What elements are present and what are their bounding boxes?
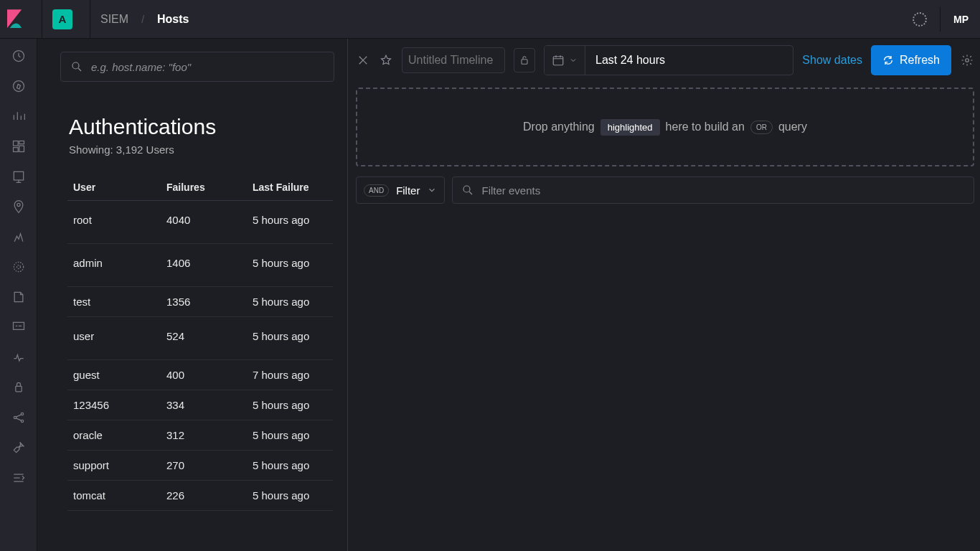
cell-failures[interactable]: 226 bbox=[161, 481, 247, 511]
svg-rect-5 bbox=[13, 148, 18, 152]
col-user[interactable]: User bbox=[67, 176, 161, 201]
timeline-header: Last 24 hours Show dates Refresh bbox=[356, 43, 974, 77]
table-row[interactable]: tomcat2265 hours ago bbox=[67, 481, 333, 511]
table-row[interactable]: oracle3125 hours ago bbox=[67, 420, 333, 451]
query-dropzone[interactable]: Drop anything highlighted here to build … bbox=[356, 88, 974, 166]
cell-last-failure[interactable]: 5 hours ago bbox=[247, 317, 333, 360]
cell-user[interactable]: oracle bbox=[67, 420, 161, 451]
cell-last-failure[interactable]: 5 hours ago bbox=[247, 201, 333, 244]
svg-point-19 bbox=[463, 186, 470, 192]
cell-last-failure[interactable]: 5 hours ago bbox=[247, 287, 333, 317]
page-subtitle: Showing: 3,192 Users bbox=[69, 143, 334, 156]
col-last-failure[interactable]: Last Failure bbox=[247, 176, 333, 201]
divider bbox=[940, 7, 941, 32]
logs-icon[interactable] bbox=[11, 290, 26, 304]
cell-last-failure[interactable]: 5 hours ago bbox=[247, 420, 333, 451]
infra-icon[interactable] bbox=[11, 260, 26, 274]
table-row[interactable]: user5245 hours ago bbox=[67, 317, 333, 360]
kibana-logo-icon[interactable] bbox=[7, 9, 23, 29]
feedback-icon[interactable] bbox=[913, 12, 927, 27]
gear-icon[interactable] bbox=[960, 53, 974, 67]
breadcrumb-hosts[interactable]: Hosts bbox=[157, 13, 189, 26]
svg-point-8 bbox=[17, 265, 20, 269]
cell-failures[interactable]: 334 bbox=[161, 390, 247, 420]
space-selector[interactable]: A bbox=[52, 9, 72, 29]
table-row[interactable]: root40405 hours ago bbox=[67, 201, 333, 244]
calendar-icon[interactable] bbox=[545, 46, 585, 75]
cell-failures[interactable]: 1406 bbox=[161, 244, 247, 287]
close-icon[interactable] bbox=[356, 53, 370, 67]
table-row[interactable]: test13565 hours ago bbox=[67, 287, 333, 317]
cell-last-failure[interactable]: 5 hours ago bbox=[247, 244, 333, 287]
recent-icon[interactable] bbox=[11, 49, 26, 63]
collapse-icon[interactable] bbox=[11, 471, 26, 485]
cell-last-failure[interactable]: 5 hours ago bbox=[247, 390, 333, 420]
svg-point-15 bbox=[72, 62, 79, 69]
table-row[interactable]: guest4007 hours ago bbox=[67, 360, 333, 390]
divider bbox=[90, 0, 90, 39]
cell-failures[interactable]: 400 bbox=[161, 360, 247, 390]
timeline-title-input[interactable] bbox=[408, 54, 499, 67]
cell-user[interactable]: support bbox=[67, 451, 161, 481]
cell-user[interactable]: test bbox=[67, 287, 161, 317]
cell-failures[interactable]: 270 bbox=[161, 451, 247, 481]
ml-icon[interactable] bbox=[11, 230, 26, 244]
cell-failures[interactable]: 524 bbox=[161, 317, 247, 360]
kql-search[interactable] bbox=[60, 52, 334, 82]
cell-last-failure[interactable]: 5 hours ago bbox=[247, 451, 333, 481]
siem-icon[interactable] bbox=[11, 380, 26, 395]
filter-label: Filter bbox=[396, 184, 420, 197]
graph-icon[interactable] bbox=[11, 410, 26, 425]
dashboard-icon[interactable] bbox=[11, 139, 26, 154]
refresh-button[interactable]: Refresh bbox=[871, 45, 951, 75]
cell-last-failure[interactable]: 5 hours ago bbox=[247, 481, 333, 511]
show-dates-link[interactable]: Show dates bbox=[802, 54, 862, 67]
user-avatar[interactable]: MP bbox=[953, 14, 969, 25]
cell-user[interactable]: user bbox=[67, 317, 161, 360]
discover-icon[interactable] bbox=[11, 79, 26, 93]
cell-user[interactable]: admin bbox=[67, 244, 161, 287]
date-picker[interactable]: Last 24 hours bbox=[544, 45, 793, 75]
svg-point-12 bbox=[14, 416, 16, 418]
col-failures[interactable]: Failures bbox=[161, 176, 247, 201]
timeline-title-box[interactable] bbox=[402, 47, 505, 73]
svg-point-14 bbox=[21, 420, 23, 422]
dev-tools-icon[interactable] bbox=[11, 441, 26, 455]
maps-icon[interactable] bbox=[11, 199, 26, 214]
chevron-down-icon bbox=[427, 185, 437, 195]
kql-search-input[interactable] bbox=[91, 61, 325, 73]
svg-point-1 bbox=[13, 81, 24, 92]
canvas-icon[interactable] bbox=[11, 169, 26, 184]
dropzone-text-3: query bbox=[778, 121, 807, 133]
svg-point-9 bbox=[14, 262, 23, 271]
svg-point-18 bbox=[966, 59, 969, 62]
and-filter-chip[interactable]: AND Filter bbox=[356, 176, 445, 204]
cell-user[interactable]: root bbox=[67, 201, 161, 244]
cell-last-failure[interactable]: 7 hours ago bbox=[247, 360, 333, 390]
svg-rect-16 bbox=[522, 60, 527, 65]
svg-rect-17 bbox=[553, 57, 563, 65]
table-row[interactable]: 1234563345 hours ago bbox=[67, 390, 333, 420]
lock-icon[interactable] bbox=[514, 48, 535, 72]
cell-user[interactable]: guest bbox=[67, 360, 161, 390]
uptime-icon[interactable] bbox=[11, 350, 26, 364]
page-title: Authentications bbox=[69, 115, 334, 139]
breadcrumb-siem[interactable]: SIEM bbox=[100, 13, 128, 26]
svg-rect-6 bbox=[14, 171, 23, 180]
cell-user[interactable]: tomcat bbox=[67, 481, 161, 511]
table-row[interactable]: admin14065 hours ago bbox=[67, 244, 333, 287]
visualize-icon[interactable] bbox=[11, 109, 26, 123]
highlighted-badge: highlighted bbox=[600, 119, 660, 136]
filter-events-input[interactable] bbox=[481, 184, 965, 197]
side-nav bbox=[0, 39, 37, 551]
cell-failures[interactable]: 312 bbox=[161, 420, 247, 451]
star-icon[interactable] bbox=[379, 53, 393, 67]
filter-events[interactable] bbox=[452, 176, 974, 204]
apm-icon[interactable] bbox=[11, 320, 26, 334]
table-row[interactable]: support2705 hours ago bbox=[67, 451, 333, 481]
cell-failures[interactable]: 4040 bbox=[161, 201, 247, 244]
svg-rect-3 bbox=[19, 141, 24, 144]
cell-failures[interactable]: 1356 bbox=[161, 287, 247, 317]
svg-point-0 bbox=[13, 51, 24, 62]
cell-user[interactable]: 123456 bbox=[67, 390, 161, 420]
